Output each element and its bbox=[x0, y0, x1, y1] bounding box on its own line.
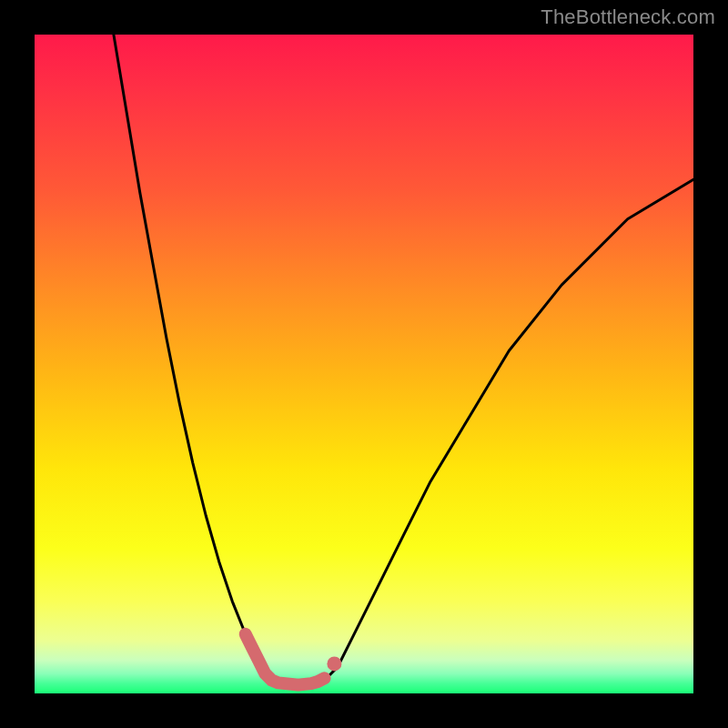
chart-frame: TheBottleneck.com bbox=[0, 0, 728, 728]
optimal-region-highlight bbox=[246, 634, 325, 685]
optimal-dot bbox=[327, 656, 341, 671]
chart-overlay bbox=[35, 35, 693, 693]
watermark-text: TheBottleneck.com bbox=[541, 5, 715, 29]
plot-area bbox=[35, 35, 693, 693]
bottleneck-curve bbox=[114, 35, 693, 685]
